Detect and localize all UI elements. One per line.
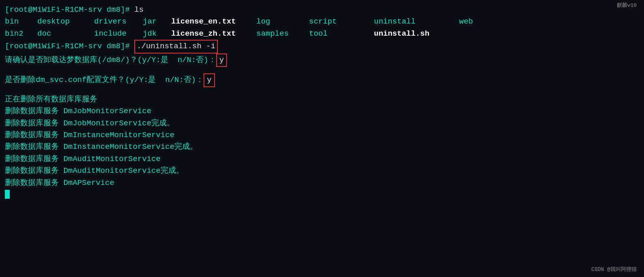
output-line-4: 删除数据库服务 DmInstanceMonitorService [5, 129, 639, 141]
ls-log: log [256, 16, 309, 28]
prompt-1: [root@MiWiFi-R1CM-srv dm8]# [5, 4, 134, 16]
ls-doc: doc [37, 28, 94, 40]
output-line-8: 删除数据库服务 DmAPService [5, 177, 639, 189]
cursor-line [5, 190, 639, 199]
terminal-cursor [5, 190, 10, 199]
watermark-bottom: CSDN @我叫阿狸猫 [591, 266, 637, 273]
output-text-3: 删除数据库服务 DmJobMonitorService完成。 [5, 118, 174, 129]
ls-jar: jar [143, 16, 171, 28]
watermark-top: 麒麟v10 [617, 2, 637, 9]
ls-script: script [309, 16, 374, 28]
ls-license-zh: license_zh.txt [171, 28, 256, 40]
ls-drivers: drivers [94, 16, 143, 28]
ls-desktop: desktop [37, 16, 94, 28]
output-line-1: 正在删除所有数据库库服务 [5, 94, 639, 105]
ls-row-2: bin2docincludejdklicense_zh.txtsamplesto… [5, 28, 639, 40]
command-ls: ls [134, 4, 144, 16]
ls-web: web [459, 16, 473, 28]
terminal-line-5: 请确认是否卸载达梦数据库(/dm8/)？(y/Y:是 n/N:否)：y [5, 54, 639, 67]
terminal-line-6: 是否删除dm_svc.conf配置文件？(y/Y:是 n/N:否)：y [5, 73, 639, 87]
output-text-8: 删除数据库服务 DmAPService [5, 177, 114, 189]
ls-include: include [94, 28, 143, 40]
output-text-1: 正在删除所有数据库库服务 [5, 94, 97, 105]
spacer-2 [5, 87, 639, 94]
ls-jdk: jdk [143, 28, 171, 40]
question-1-text: 请确认是否卸载达梦数据库(/dm8/)？(y/Y:是 n/N:否)： [5, 54, 216, 66]
ls-samples: samples [256, 28, 309, 40]
output-line-5: 删除数据库服务 DmInstanceMonitorService完成。 [5, 141, 639, 153]
spacer-1 [5, 67, 639, 73]
prompt-2: [root@MiWiFi-R1CM-srv dm8]# [5, 41, 134, 52]
output-text-4: 删除数据库服务 DmInstanceMonitorService [5, 129, 174, 141]
output-text-2: 删除数据库服务 DmJobMonitorService [5, 105, 151, 117]
output-line-2: 删除数据库服务 DmJobMonitorService [5, 105, 639, 117]
ls-license-en: license_en.txt [171, 16, 256, 28]
answer-2: y [204, 73, 215, 87]
ls-uninstall-sh: uninstall.sh [374, 28, 429, 40]
ls-tool: tool [309, 28, 374, 40]
command-uninstall: ./uninstall.sh -i [134, 40, 218, 53]
output-line-6: 删除数据库服务 DmAuditMonitorService [5, 153, 639, 165]
output-line-3: 删除数据库服务 DmJobMonitorService完成。 [5, 118, 639, 129]
ls-bin2: bin2 [5, 28, 37, 40]
ls-uninstall: uninstall [374, 16, 459, 28]
output-line-7: 删除数据库服务 DmAuditMonitorService完成。 [5, 165, 639, 177]
output-text-5: 删除数据库服务 DmInstanceMonitorService完成。 [5, 141, 197, 153]
terminal-line-4: [root@MiWiFi-R1CM-srv dm8]# ./uninstall.… [5, 40, 639, 53]
question-2-text: 是否删除dm_svc.conf配置文件？(y/Y:是 n/N:否)： [5, 74, 204, 86]
ls-bin: bin [5, 16, 37, 28]
terminal: 麒麟v10 [root@MiWiFi-R1CM-srv dm8]# ls bin… [0, 0, 644, 277]
answer-1: y [216, 54, 227, 67]
output-text-7: 删除数据库服务 DmAuditMonitorService完成。 [5, 165, 184, 177]
ls-row-1: bindesktopdriversjarlicense_en.txtlogscr… [5, 16, 639, 28]
terminal-line-1: [root@MiWiFi-R1CM-srv dm8]# ls [5, 4, 639, 16]
output-text-6: 删除数据库服务 DmAuditMonitorService [5, 153, 161, 165]
